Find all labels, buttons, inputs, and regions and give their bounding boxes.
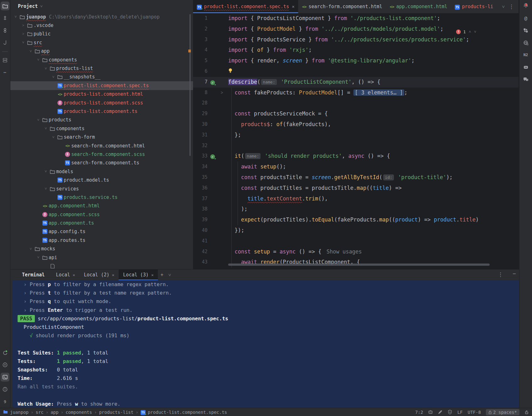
prev-error-chevron-icon[interactable]: ˄	[469, 29, 471, 34]
chevron-right-icon[interactable]: ˃	[20, 23, 27, 28]
line-number[interactable]: 7	[193, 77, 207, 88]
inspections-widget[interactable]: ! 1 ˄ ˅	[456, 28, 476, 35]
chevron-right-icon[interactable]: ˃	[20, 32, 27, 36]
plugins-icon[interactable]	[521, 26, 530, 35]
code-line-30[interactable]: 30 products$: of(fakeProducts),	[193, 119, 519, 130]
tree-item-components[interactable]: ˅components	[10, 56, 193, 64]
tree-item-search-form.component.ts[interactable]: TSsearch-form.component.ts	[10, 159, 193, 167]
line-number[interactable]: 40	[193, 225, 207, 236]
tree-item-api[interactable]: ˅api	[10, 253, 193, 262]
notifications-bell-icon[interactable]	[521, 2, 530, 10]
close-icon[interactable]: ×	[112, 273, 115, 277]
tree-item-app.routes.ts[interactable]: TSapp.routes.ts	[10, 236, 193, 244]
project-panel-header[interactable]: Project ˅	[10, 0, 193, 13]
chevron-down-icon[interactable]: ˅	[35, 255, 42, 260]
code-line-38[interactable]: 38 );	[193, 204, 519, 215]
bot-plugin-icon[interactable]	[521, 63, 530, 72]
inspections-shield-icon[interactable]: A	[448, 410, 452, 414]
code-line-6[interactable]: 6	[193, 66, 519, 77]
editor-horizontal-scrollbar[interactable]	[228, 264, 490, 266]
line-number[interactable]: 1	[193, 13, 207, 24]
tree-item-products[interactable]: ˅products	[10, 116, 193, 124]
next-error-chevron-icon[interactable]: ˅	[474, 29, 476, 34]
services-icon[interactable]	[1, 360, 9, 369]
project-icon[interactable]	[1, 2, 9, 10]
tree-item-product.model.ts[interactable]: TSproduct.model.ts	[10, 176, 193, 184]
tree-item-components[interactable]: ˅components	[10, 124, 193, 133]
tree-item-services[interactable]: ˅services	[10, 184, 193, 193]
line-number[interactable]: 4	[193, 45, 207, 56]
line-number[interactable]: 38	[193, 204, 207, 215]
chevron-down-icon[interactable]: ˅	[20, 40, 27, 45]
line-number[interactable]: 30	[193, 119, 207, 130]
code-line-36[interactable]: 36 const productTitles = productsTitle.m…	[193, 183, 519, 194]
commit-icon[interactable]	[1, 14, 9, 23]
breadcrumb-item-components[interactable]: components	[66, 410, 92, 415]
breadcrumb-item-src[interactable]: src	[35, 410, 43, 415]
line-number[interactable]: 31	[193, 130, 207, 141]
code-line-32[interactable]: 32	[193, 141, 519, 151]
chat-plugin-icon[interactable]	[521, 75, 530, 84]
chevron-down-icon[interactable]: ˅	[42, 169, 49, 174]
code-line-7[interactable]: 7✓fdescribe(name: 'ProductListComponent'…	[193, 77, 519, 88]
run-test-icon[interactable]: ✓	[210, 154, 215, 159]
code-editor[interactable]: 1import { ProductsListComponent } from '…	[193, 13, 519, 269]
more-tool-windows-icon[interactable]: ⋯	[1, 68, 9, 77]
line-number[interactable]: 39	[193, 215, 207, 225]
code-line-37[interactable]: 37 title.textContent.trim(),	[193, 194, 519, 204]
code-line-42[interactable]: 42 const setup = async () => { Show usag…	[193, 247, 519, 257]
close-icon[interactable]: ×	[73, 273, 75, 277]
lock-icon[interactable]	[524, 410, 529, 414]
tree-item[interactable]	[10, 262, 193, 269]
terminal-type-chevron-icon[interactable]: ˅	[166, 272, 173, 278]
tree-item-products-list.component.html[interactable]: <>products-list.component.html	[10, 90, 193, 99]
structure-icon[interactable]	[1, 56, 9, 65]
line-number[interactable]: 32	[193, 141, 207, 151]
code-line-41[interactable]: 41	[193, 236, 519, 247]
vcs-icon[interactable]	[1, 38, 9, 47]
tree-item-models[interactable]: ˅models	[10, 167, 193, 176]
tree-item-mocks[interactable]: ˅mocks	[10, 245, 193, 253]
code-line-43[interactable]: 43 await render(ProductsListComponent, {	[193, 257, 519, 268]
tree-item-search-form[interactable]: ˅search-form	[10, 133, 193, 141]
chevron-down-icon[interactable]: ˅	[50, 75, 57, 79]
line-number[interactable]: 33	[193, 151, 207, 162]
line-number[interactable]: 28	[193, 98, 207, 109]
tree-item-app.component.scss[interactable]: Sapp.component.scss	[10, 210, 193, 219]
terminal-options-kebab-icon[interactable]: ⋮	[498, 271, 503, 278]
chevron-down-icon[interactable]: ˅	[27, 247, 34, 251]
tree-item-.vscode[interactable]: ˃.vscode	[10, 21, 193, 29]
n2-plugin-icon[interactable]: N2	[521, 51, 530, 59]
breadcrumb-item-products-list[interactable]: products-list	[99, 410, 134, 415]
caret-position[interactable]: 7:2	[415, 410, 423, 415]
indent-setting[interactable]: 2 spaces*	[486, 409, 519, 415]
readonly-pencil-icon[interactable]	[438, 410, 443, 414]
new-terminal-plus-icon[interactable]: +	[158, 272, 166, 278]
code-line-34[interactable]: 34 await setup();	[193, 162, 519, 172]
hidden-tabs-chevron-icon[interactable]: ˅	[502, 0, 505, 13]
tree-item-juanpop[interactable]: ˅juanpopC:\Users\dany\Desktop\to_delete\…	[10, 13, 193, 21]
robot-icon[interactable]	[428, 410, 433, 414]
line-number[interactable]: 42	[193, 247, 207, 257]
chevron-down-icon[interactable]: ˅	[35, 57, 42, 62]
code-line-3[interactable]: 3import { ProductsService } from '../../…	[193, 35, 519, 45]
editor-tab-app.component.html[interactable]: <>app.component.html	[386, 0, 451, 13]
line-number[interactable]: 2	[193, 24, 207, 35]
chevron-down-icon[interactable]: ˅	[50, 135, 57, 140]
tree-item-product-list.component.spec.ts[interactable]: TSproduct-list.component.spec.ts	[10, 81, 193, 90]
terminal-tool-icon[interactable]	[1, 373, 9, 381]
chevron-down-icon[interactable]: ˅	[42, 186, 49, 191]
line-number[interactable]: 34	[193, 162, 207, 172]
pull-requests-icon[interactable]	[1, 26, 9, 35]
run-test-icon[interactable]: ✓	[210, 80, 215, 85]
tree-item-products.service.ts[interactable]: TSproducts.service.ts	[10, 193, 193, 201]
line-number[interactable]: 36	[193, 183, 207, 194]
translate-icon[interactable]	[521, 38, 530, 47]
line-number[interactable]: 37	[193, 194, 207, 204]
line-number[interactable]: 29	[193, 109, 207, 119]
line-number[interactable]: 3	[193, 35, 207, 45]
editor-tab-products-li[interactable]: TSproducts-li	[451, 0, 497, 13]
breadcrumb-file[interactable]: product-list.component.spec.ts	[148, 410, 227, 415]
terminal-output[interactable]: › Press p to filter by a filename regex …	[13, 280, 529, 408]
tree-item-src[interactable]: ˅src	[10, 38, 193, 47]
